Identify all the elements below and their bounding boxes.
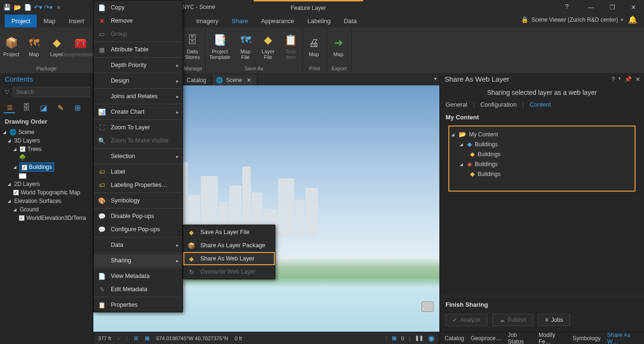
layers-3d-label[interactable]: 3D Layers — [14, 137, 40, 144]
ctx-properties[interactable]: 📋Properties — [94, 298, 182, 311]
dock-tab-share-as-web[interactable]: Share As W… — [607, 332, 639, 344]
ctx-selection[interactable]: ·Selection▸ — [94, 150, 182, 163]
drawing-order-icon[interactable]: ≣ — [4, 102, 15, 113]
scale-label[interactable]: 377 ft — [98, 336, 111, 341]
tab-data[interactable]: Data — [337, 15, 363, 27]
share-tab-configuration[interactable]: Configuration — [480, 101, 517, 108]
content-buildings2-label[interactable]: Buildings — [475, 161, 498, 168]
map-file-button[interactable]: 🗺Map File — [234, 27, 257, 65]
ctx-remove[interactable]: ✖Remove — [94, 14, 182, 27]
export-map-button[interactable]: ➔Map — [327, 27, 350, 65]
selection-view-icon[interactable]: ◪ — [38, 102, 49, 113]
ctx-configure-popups[interactable]: 💬Configure Pop-ups — [94, 223, 182, 236]
dock-tab-jobstatus[interactable]: Job Status — [508, 332, 532, 344]
dock-tab-geoprocessing[interactable]: Geoproce… — [471, 335, 501, 342]
refresh-icon[interactable]: ◉ — [428, 334, 435, 343]
ctx-sharing[interactable]: ·Sharing▸ — [94, 254, 182, 267]
grid-icon[interactable]: ▦ — [145, 335, 149, 341]
tab-imagery[interactable]: Imagery — [190, 15, 225, 27]
layers-2d-label[interactable]: 2D Layers — [14, 181, 40, 187]
pkg-map-button[interactable]: 🗺Map — [23, 27, 45, 65]
selection-count-icon[interactable]: ▦ — [392, 335, 396, 341]
close-button[interactable]: ✕ — [623, 0, 644, 14]
doc-tab-catalog[interactable]: Catalog — [183, 75, 212, 85]
contents-search-input[interactable] — [13, 87, 90, 97]
open-icon[interactable]: 📂 — [13, 3, 22, 11]
ctx-view-metadata[interactable]: 📄View Metadata — [94, 269, 182, 283]
minimize-button[interactable]: — — [580, 0, 602, 14]
ctx-symbology[interactable]: 🎨Symbology — [94, 194, 182, 207]
dock-tab-modify[interactable]: Modify Fe… — [538, 332, 566, 344]
qat-more-icon[interactable]: ≡ — [55, 3, 63, 11]
ctx-copy[interactable]: 📄Copy — [94, 1, 182, 14]
dock-tab-symbology[interactable]: Symbology — [573, 335, 601, 342]
ctx-depth-priority[interactable]: ·Depth Priority▸ — [94, 59, 182, 72]
scene-tab-close-icon[interactable]: ✕ — [247, 77, 251, 84]
scene-node-label[interactable]: Scene — [18, 129, 34, 135]
buildings-layer-item[interactable]: ✓ Buildings — [20, 163, 54, 171]
save-icon[interactable]: 💾 — [3, 3, 11, 11]
filter-icon[interactable]: ▽ — [3, 89, 11, 95]
tab-labeling[interactable]: Labeling — [301, 15, 337, 27]
tab-appearance[interactable]: Appearance — [255, 15, 301, 27]
ctx-zoom-to-layer[interactable]: ⛶Zoom To Layer — [94, 121, 182, 134]
ctx-disable-popups[interactable]: 💬Disable Pop-ups — [94, 210, 182, 223]
pin-icon[interactable]: 📌 — [625, 76, 632, 83]
notifications-icon[interactable]: 🔔 — [628, 15, 637, 24]
jobs-button[interactable]: ≡Jobs — [538, 314, 570, 326]
trees-checkbox[interactable]: ✓ — [20, 146, 25, 152]
new-icon[interactable]: 📄 — [24, 3, 32, 11]
sub-share-as-web-layer[interactable]: ◆Share As Web Layer — [183, 252, 275, 265]
share-tab-general[interactable]: General — [446, 101, 467, 108]
sub-share-layer-package[interactable]: 📦Share As Layer Package — [183, 239, 275, 252]
ctx-labeling-properties[interactable]: 🏷Labeling Properties… — [94, 178, 182, 192]
tab-map[interactable]: Map — [37, 15, 62, 27]
ground-label[interactable]: Ground — [20, 206, 39, 213]
sub-save-as-layer-file[interactable]: ◆Save As Layer File — [183, 226, 275, 239]
dock-tab-catalog[interactable]: Catalog — [445, 335, 464, 342]
close-pane-icon[interactable]: ✕ — [636, 76, 640, 83]
ctx-joins-relates[interactable]: ·Joins and Relates▸ — [94, 90, 182, 103]
editing-view-icon[interactable]: ✎ — [55, 102, 66, 113]
topo-checkbox[interactable]: ✓ — [13, 190, 19, 195]
pkg-layer-button[interactable]: ◆Layer — [45, 27, 68, 65]
doc-tab-scene[interactable]: 🌐Scene✕ — [212, 75, 257, 85]
tabs-overflow-icon[interactable]: ▾ — [434, 76, 437, 81]
help-icon[interactable]: ? — [611, 76, 615, 83]
share-tab-content[interactable]: Content — [529, 101, 551, 108]
buildings-checkbox[interactable]: ✓ — [22, 165, 27, 170]
restore-button[interactable]: ❐ — [602, 0, 623, 14]
layer-file-button[interactable]: ◆Layer File — [257, 27, 280, 65]
snapping-view-icon[interactable]: ⊞ — [72, 102, 83, 113]
worldelev-checkbox[interactable]: ✓ — [19, 215, 25, 221]
content-layer1-label[interactable]: Buildings — [478, 151, 501, 158]
content-buildings1-label[interactable]: Buildings — [475, 141, 498, 148]
worldelev-label[interactable]: WorldElevation3D/Terra — [26, 215, 86, 221]
elevation-surfaces-label[interactable]: Elevation Surfaces — [14, 198, 61, 204]
print-map-button[interactable]: 🖨Map — [303, 27, 325, 65]
content-root-label[interactable]: My Content — [469, 131, 498, 138]
data-source-icon[interactable]: 🗄 — [21, 102, 32, 113]
ctx-attribute-table[interactable]: ▦Attribute Table — [94, 43, 182, 56]
snap-icon[interactable]: ⊞ — [134, 335, 138, 341]
project-template-button[interactable]: 📑Project Template — [206, 27, 234, 65]
trees-label[interactable]: Trees — [27, 146, 41, 152]
topo-label[interactable]: World Topographic Map — [21, 189, 80, 196]
undo-icon[interactable]: ↶▾ — [34, 3, 42, 11]
pause-icon[interactable]: ❚❚ — [415, 335, 423, 341]
ctx-edit-metadata[interactable]: ✎Edit Metadata — [94, 283, 182, 296]
data-stores-button[interactable]: 🗄Data Stores — [181, 27, 204, 65]
tab-share[interactable]: Share — [225, 15, 255, 27]
redo-icon[interactable]: ↷▾ — [44, 3, 53, 11]
ctx-data[interactable]: ·Data▸ — [94, 238, 182, 252]
pkg-project-button[interactable]: 📦Project — [0, 27, 23, 65]
signed-in-user[interactable]: 🔒 Scene Viewer (Zurich R&D center) ▾ — [521, 16, 623, 23]
ctx-label[interactable]: 🏷Label — [94, 165, 182, 178]
ctx-create-chart[interactable]: 📊Create Chart▸ — [94, 105, 182, 118]
help-icon[interactable]: ? — [565, 3, 569, 10]
content-layer2-label[interactable]: Buildings — [478, 171, 501, 177]
basemap-button[interactable] — [421, 302, 434, 312]
tab-insert[interactable]: Insert — [62, 15, 91, 27]
ctx-design[interactable]: ·Design▸ — [94, 74, 182, 87]
tab-project[interactable]: Project — [5, 15, 37, 27]
